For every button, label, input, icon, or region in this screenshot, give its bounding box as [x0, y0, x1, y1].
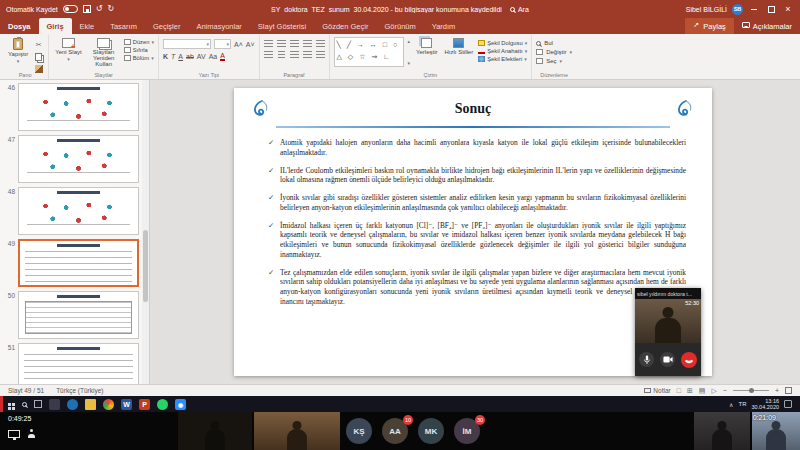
maximize-button[interactable]: [765, 3, 777, 15]
section-button[interactable]: Bölüm: [124, 55, 154, 61]
shape-fill-button[interactable]: Şekil Dolgusu: [478, 40, 527, 46]
participant-avatar-aa[interactable]: AA10: [382, 418, 408, 444]
slide-thumbnail-51[interactable]: 51: [2, 343, 139, 384]
grow-font-icon[interactable]: A˄: [234, 41, 243, 48]
tab-tasarim[interactable]: Tasarım: [102, 18, 145, 34]
redo-icon[interactable]: ↻: [107, 5, 114, 13]
meeting-window-titlebar[interactable]: sibel yıldırım doktora t...: [635, 288, 701, 299]
slide-bullet-5[interactable]: Tez çalışmamızdan elde edilen sonuçların…: [268, 268, 686, 307]
close-button[interactable]: [782, 3, 794, 15]
floating-meeting-window[interactable]: sibel yıldırım doktora t... 52:30: [635, 288, 701, 376]
slide-title[interactable]: Sonuç: [234, 101, 712, 117]
tab-ekle[interactable]: Ekle: [72, 18, 103, 34]
shapes-scroll-down-icon[interactable]: ▾: [408, 60, 411, 66]
slide-body-text[interactable]: Atomik yapıdaki halojen anyonların daha …: [268, 138, 686, 315]
thumbnail-preview[interactable]: [18, 239, 139, 287]
find-button[interactable]: Bul: [536, 40, 572, 46]
bullets-icon[interactable]: [264, 40, 273, 47]
slide-bullet-1[interactable]: Atomik yapıdaki halojen anyonların daha …: [268, 138, 686, 158]
participants-icon[interactable]: [27, 429, 36, 438]
participant-video-tile-3[interactable]: [694, 412, 750, 450]
case-icon[interactable]: Aa: [209, 53, 218, 60]
edge-taskbar-icon[interactable]: [67, 399, 78, 410]
slide-thumbnail-49-selected[interactable]: 49: [2, 239, 139, 287]
participant-avatar-ks[interactable]: KŞ: [346, 418, 372, 444]
word-taskbar-icon[interactable]: [121, 399, 132, 410]
end-call-button[interactable]: [681, 352, 697, 368]
strikethrough-icon[interactable]: ab: [186, 53, 194, 60]
reset-button[interactable]: Sıfırla: [124, 47, 154, 53]
speaker-video[interactable]: 52:30: [635, 299, 701, 343]
shrink-font-icon[interactable]: A˅: [246, 41, 255, 48]
chrome-taskbar-icon[interactable]: [103, 399, 114, 410]
thumbnail-scrollbar[interactable]: [142, 80, 149, 384]
language-indicator[interactable]: Türkçe (Türkiye): [56, 387, 103, 394]
comments-button[interactable]: Açıklamalar: [734, 18, 800, 34]
tab-gozden-gecir[interactable]: Gözden Geçir: [314, 18, 376, 34]
whatsapp-taskbar-icon[interactable]: [157, 399, 168, 410]
slide-thumbnail-46[interactable]: 46: [2, 83, 139, 131]
font-size-input[interactable]: [214, 39, 231, 49]
file-explorer-taskbar-icon[interactable]: [85, 399, 96, 410]
tab-gecisler[interactable]: Geçişler: [145, 18, 189, 34]
slide-thumbnail-50[interactable]: 50: [2, 291, 139, 339]
notes-toggle[interactable]: Notlar: [644, 387, 670, 394]
justify-icon[interactable]: [303, 51, 312, 58]
align-right-icon[interactable]: [290, 51, 299, 58]
taskbar-search-icon[interactable]: [22, 402, 27, 407]
bold-icon[interactable]: K: [163, 53, 168, 60]
numbering-icon[interactable]: [277, 40, 286, 47]
participant-video-tile-1[interactable]: [178, 412, 252, 450]
new-slide-button[interactable]: Yeni Slayt: [53, 37, 83, 63]
underline-icon[interactable]: A: [178, 53, 183, 60]
shape-outline-button[interactable]: Şekil Anahattı: [478, 48, 527, 54]
indent-increase-icon[interactable]: [303, 40, 312, 47]
copy-icon[interactable]: [35, 53, 42, 61]
tab-gorunum[interactable]: Görünüm: [376, 18, 423, 34]
columns-icon[interactable]: [316, 51, 325, 58]
tab-slayt-gosterisi[interactable]: Slayt Gösterisi: [250, 18, 314, 34]
participant-video-tile-2[interactable]: [254, 412, 340, 450]
tray-language[interactable]: TR: [738, 401, 746, 407]
meeting-app-taskbar-icon[interactable]: [175, 399, 186, 410]
slide-thumbnail-47[interactable]: 47: [2, 135, 139, 183]
task-view-icon[interactable]: [34, 400, 42, 408]
font-name-input[interactable]: [163, 39, 211, 49]
save-icon[interactable]: [83, 5, 91, 13]
paste-button[interactable]: Yapıştır: [6, 37, 30, 65]
thumbnail-preview[interactable]: [18, 291, 139, 339]
participant-avatar-mk[interactable]: MK: [418, 418, 444, 444]
taskbar-clock[interactable]: 13:16 30.04.2020: [751, 398, 779, 411]
slideshow-view-icon[interactable]: ▷: [711, 387, 716, 395]
tray-expand-icon[interactable]: [729, 401, 733, 408]
shapes-gallery[interactable]: ╲ ╱ → ↔ □ ○ △ ◇ ☆ ⇒ ∟ ⌐: [334, 37, 404, 67]
arrange-button[interactable]: Yerleştir: [414, 37, 439, 56]
thumbnail-preview[interactable]: [18, 343, 139, 384]
italic-icon[interactable]: T: [171, 53, 175, 60]
slide-sorter-view-icon[interactable]: ⊞: [687, 387, 693, 395]
camera-button[interactable]: [660, 352, 675, 367]
layout-button[interactable]: Düzen: [124, 39, 154, 45]
tab-animasyonlar[interactable]: Animasyonlar: [188, 18, 249, 34]
font-color-icon[interactable]: A: [220, 52, 225, 61]
thumbnail-preview[interactable]: [18, 135, 139, 183]
indent-decrease-icon[interactable]: [290, 40, 299, 47]
undo-icon[interactable]: ↺: [96, 5, 103, 13]
select-button[interactable]: Seç: [536, 58, 572, 64]
slide-bullet-4[interactable]: İmidazol halkası içeren üç farklı katyon…: [268, 221, 686, 260]
fit-to-window-icon[interactable]: [785, 387, 792, 394]
start-button-icon[interactable]: [8, 403, 11, 406]
line-spacing-icon[interactable]: [316, 40, 325, 47]
shapes-gallery-scroll[interactable]: ▴ ▾: [407, 37, 412, 67]
autosave-toggle[interactable]: [63, 5, 78, 13]
normal-view-icon[interactable]: □: [677, 387, 681, 394]
action-center-icon[interactable]: [784, 400, 792, 408]
titlebar-search[interactable]: Ara: [510, 6, 529, 13]
microphone-button[interactable]: [639, 352, 654, 367]
share-button[interactable]: Paylaş: [685, 18, 734, 34]
quick-styles-button[interactable]: Hızlı Stiller: [443, 37, 476, 56]
slide-bullet-3[interactable]: İyonik sıvılar gibi sıradışı özellikler …: [268, 193, 686, 213]
participant-avatar-im[interactable]: İM30: [454, 418, 480, 444]
user-avatar[interactable]: SB: [732, 4, 743, 15]
taskbar-app-icon-1[interactable]: [49, 399, 60, 410]
